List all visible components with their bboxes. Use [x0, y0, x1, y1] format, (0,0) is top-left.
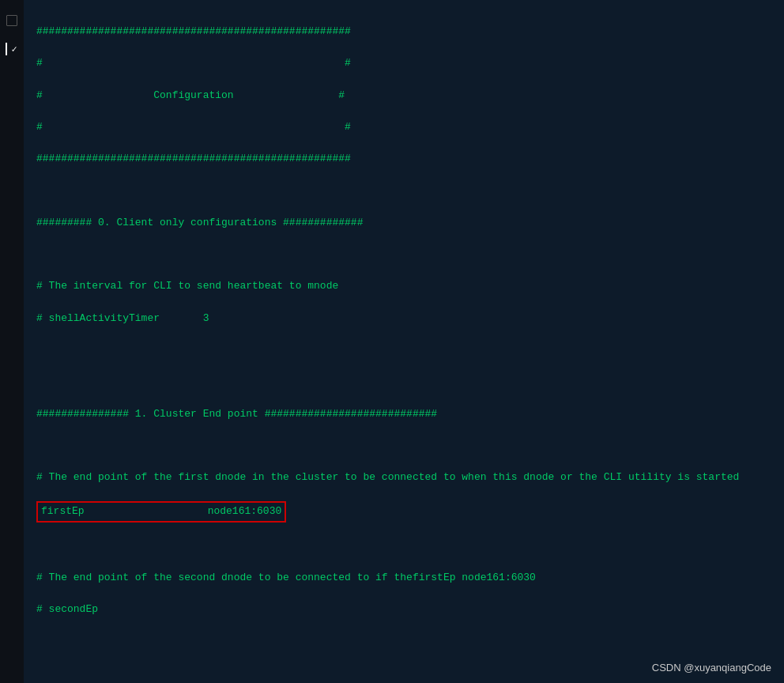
line-19: # secondEp [36, 602, 771, 617]
line-20 [36, 633, 771, 649]
line-7: ######### 0. Client only configurations … [36, 215, 771, 231]
line-6 [36, 183, 771, 199]
left-sidebar: ✓ [0, 0, 24, 683]
firstEp-highlight: firstEp node161:6030 [36, 501, 286, 522]
line-14 [36, 438, 771, 454]
code-content: ########################################… [36, 8, 771, 683]
line-3: # Configuration # [36, 88, 771, 104]
editor-container: ✓ ######################################… [0, 0, 784, 683]
line-1: ########################################… [36, 24, 771, 40]
line-4: # # [36, 119, 771, 135]
line-5: ########################################… [36, 151, 771, 167]
line-9: # The interval for CLI to send heartbeat… [36, 278, 771, 294]
line-10: # shellActivityTimer 3 [36, 311, 771, 326]
sidebar-check-icon: ✓ [6, 43, 18, 55]
line-17 [36, 538, 771, 554]
code-area: ########################################… [24, 0, 784, 683]
line-2: # # [36, 55, 771, 71]
line-11 [36, 342, 771, 358]
line-8 [36, 247, 771, 262]
line-13: ############### 1. Cluster End point ###… [36, 406, 771, 422]
sidebar-top-icon [6, 14, 18, 27]
line-12 [36, 374, 771, 390]
line-firstEp: firstEp node161:6030 [36, 501, 771, 522]
watermark: CSDN @xuyanqiangCode [652, 662, 771, 674]
line-18: # The end point of the second dnode to b… [36, 570, 771, 586]
line-15: # The end point of the first dnode in th… [36, 470, 771, 485]
